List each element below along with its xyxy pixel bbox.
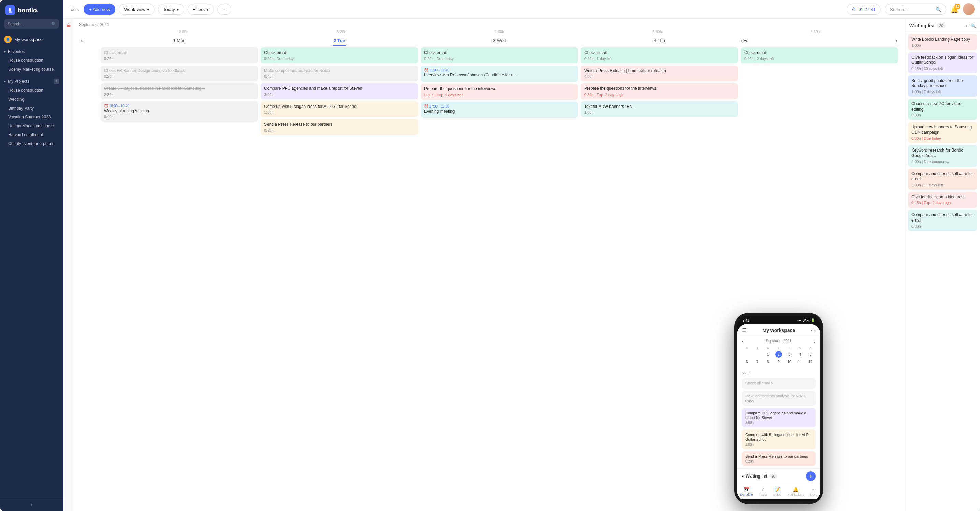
wl-item-title: Compare and choose software for email: [912, 212, 974, 223]
task-card[interactable]: Text for ADW banners "BN... 1:00h: [581, 101, 738, 118]
more-dots-button[interactable]: ···: [217, 4, 231, 15]
day-col-mon: Check email 0:20h Check FB Banner Design…: [99, 46, 259, 137]
task-card[interactable]: ⏰ 17:00 - 18:30 Evening meeting: [421, 102, 578, 118]
wl-add-icon[interactable]: +: [965, 23, 968, 28]
toolbar: Tools + Add new Week view ▾ Today ▾ Filt…: [63, 0, 980, 19]
phone-task-item[interactable]: Check all emails: [742, 378, 816, 389]
task-card[interactable]: Send a Press Release to our partners 0:2…: [261, 119, 418, 135]
task-title: Prepare the questions for the interviews: [424, 86, 574, 92]
phone-nav-tasks[interactable]: ✓ Tasks: [759, 487, 767, 496]
filters-button[interactable]: Filters ▾: [188, 4, 214, 15]
sidebar-item-house-construction-fav[interactable]: House construction: [0, 56, 63, 65]
task-card[interactable]: Make competitors analysis for Nokia 0:45…: [261, 65, 418, 81]
top-time-empty: [84, 30, 105, 34]
phone-nav-schedule-label: Schedule: [740, 493, 753, 496]
sidebar-item-udemy[interactable]: Udemy Marketing course: [0, 121, 63, 131]
task-card[interactable]: Check email 0:20h | 1 day left: [581, 48, 738, 64]
cal-next-button[interactable]: ›: [894, 37, 899, 45]
task-card[interactable]: Compare PPC agencies and make a report f…: [261, 83, 418, 99]
search-toolbar[interactable]: Search... 🔍: [885, 4, 946, 15]
phone-cal-next[interactable]: ›: [814, 339, 816, 344]
sidebar-item-house[interactable]: House construction: [0, 86, 63, 95]
task-meta: 0:20h: [104, 57, 255, 61]
sidebar-item-harvard[interactable]: Harvard enrollment: [0, 131, 63, 139]
tools-label: Tools: [68, 7, 79, 12]
today-button[interactable]: Today ▾: [158, 4, 184, 15]
phone-task-title: Make competitors analysis for Nokia: [745, 393, 812, 398]
task-card[interactable]: Create 5+ target audiences in Facebook f…: [101, 83, 258, 99]
top-time-4: 5:50h: [578, 30, 737, 34]
notifications-button[interactable]: 🔔 23: [950, 5, 959, 13]
phone-task-meta: 1:00h: [745, 443, 812, 446]
task-title: Interview with Rebecca Johnson (Candidat…: [424, 73, 574, 78]
calendar-wrapper: September 2021 3:50h 5:25h 2:00h 5:50h 2…: [73, 19, 905, 511]
task-card[interactable]: ⏰ 10:00 - 10:40 Weekly planning session …: [101, 101, 258, 122]
wl-item[interactable]: Give feedback on a blog post 0:15h | Exp…: [908, 192, 977, 208]
phone-task-item[interactable]: Compare PPC agencies and make a report f…: [742, 408, 816, 428]
cal-icon: 📅: [66, 23, 70, 27]
cal-prev-button[interactable]: ‹: [79, 37, 84, 45]
task-card[interactable]: Prepare the questions for the interviews…: [421, 84, 578, 100]
task-card[interactable]: Check email 0:20h | 2 days left: [741, 48, 898, 64]
sidebar-item-wedding[interactable]: Wedding: [0, 95, 63, 104]
my-projects-header[interactable]: ▾ My Projects +: [0, 76, 63, 86]
phone-nav-notifications[interactable]: 🔔 Notifications: [787, 487, 804, 496]
favorites-header[interactable]: ▾ Favorites: [0, 47, 63, 56]
phone-waiting-chevron[interactable]: ▾: [742, 474, 743, 478]
user-avatar-small: 👤: [4, 35, 11, 43]
sidebar-item-charity[interactable]: Charity event for orphans: [0, 139, 63, 148]
phone-add-button[interactable]: +: [806, 471, 816, 481]
wl-item[interactable]: Upload new banners to Samsung GDN campai…: [908, 122, 977, 143]
wl-item-title: Give feedback on a blog post: [912, 194, 974, 200]
task-card[interactable]: Check email 0:20h | Due today: [261, 48, 418, 64]
phone-nav-more[interactable]: ··· More: [810, 487, 817, 496]
phone-nav-notes[interactable]: 📝 Notes: [773, 487, 781, 496]
task-card[interactable]: Write a Press Release (Time feature rele…: [581, 65, 738, 81]
phone-task-item[interactable]: Send a Press Release to our partners 0:2…: [742, 451, 816, 466]
task-card[interactable]: Check email 0:20h | Due today: [421, 48, 578, 64]
wl-item-title: Select good photos from the Sunday photo…: [912, 78, 974, 89]
wl-item[interactable]: Give feedback on slogan ideas for Guitar…: [908, 52, 977, 73]
user-avatar[interactable]: [963, 3, 975, 15]
sidebar-user[interactable]: 👤 My workspace: [0, 33, 63, 46]
task-card[interactable]: Check email 0:20h: [101, 48, 258, 64]
phone-more-icon[interactable]: ···: [811, 327, 816, 333]
phone-content: ☰ My workspace ··· ‹ September 2021 › M …: [737, 323, 820, 499]
wl-item[interactable]: Write Bordio Landing Page copy 1:00h: [908, 34, 977, 50]
add-project-button[interactable]: +: [54, 78, 59, 84]
week-view-button[interactable]: Week view ▾: [119, 4, 154, 15]
add-new-button[interactable]: + Add new: [84, 4, 115, 15]
sidebar-search-input[interactable]: [4, 19, 59, 29]
phone-hamburger-icon[interactable]: ☰: [742, 327, 746, 333]
sidebar-item-vacation[interactable]: Vacation Summer 2023: [0, 113, 63, 121]
task-card[interactable]: ⏰ 11:00 - 11:40 Interview with Rebecca J…: [421, 65, 578, 82]
phone-task-item[interactable]: Make competitors analysis for Nokia 0:45…: [742, 391, 816, 406]
phone-task-item[interactable]: Come up with 5 slogans ideas for ALP Gui…: [742, 430, 816, 449]
wl-item[interactable]: Choose a new PC for video editing 0:30h: [908, 99, 977, 120]
task-card[interactable]: Check FB Banner Design and give feedback…: [101, 65, 258, 81]
sidebar-item-birthday[interactable]: Birthday Party: [0, 104, 63, 113]
phone-nav-schedule[interactable]: 📅 Schedule: [740, 487, 753, 496]
wl-actions: + 🔍: [965, 23, 976, 28]
wl-item[interactable]: Keyword research for Bordio Google Ads..…: [908, 145, 977, 166]
sidebar-search-container: 🔍: [4, 19, 59, 29]
wl-search-icon[interactable]: 🔍: [970, 23, 976, 28]
task-meta: 0:30h | Exp. 2 days ago: [584, 92, 735, 97]
task-time: ⏰ 11:00 - 11:40: [424, 68, 574, 72]
phone-waiting-label: Waiting list: [746, 474, 767, 479]
task-card[interactable]: Prepare the questions for the interviews…: [581, 83, 738, 99]
wl-item[interactable]: Compare and choose software for email 0:…: [908, 210, 977, 231]
phone-overlay: 9:41 ▪▪▪ WiFi 🔋 ☰ My workspace ···: [734, 313, 823, 504]
phone-cal-prev[interactable]: ‹: [742, 339, 743, 344]
cal-sidebar-toggle[interactable]: 📅: [63, 19, 73, 511]
wl-item[interactable]: Compare and choose software for email...…: [908, 169, 977, 190]
sidebar-collapse-btn[interactable]: ›: [4, 502, 59, 507]
phone-task-title: Check all emails: [745, 380, 812, 385]
task-card[interactable]: Come up with 5 slogan ideas for ALP Guit…: [261, 101, 418, 118]
wl-item[interactable]: Select good photos from the Sunday photo…: [908, 75, 977, 97]
sidebar-item-udemy-fav[interactable]: Udemy Marketing course: [0, 65, 63, 74]
task-title: Check email: [264, 50, 415, 56]
task-title: Text for ADW banners "BN...: [584, 104, 735, 110]
task-title: Write a Press Release (Time feature rele…: [584, 68, 735, 74]
task-meta: 0:20h | Due today: [264, 57, 415, 61]
